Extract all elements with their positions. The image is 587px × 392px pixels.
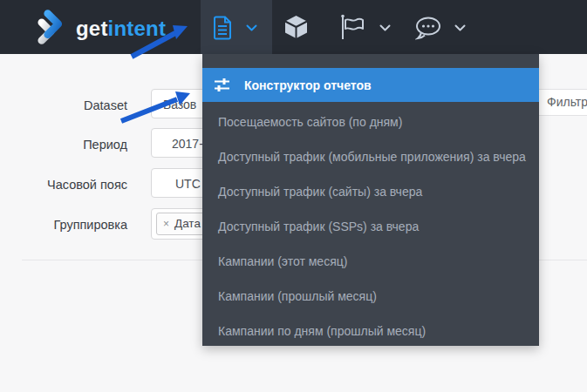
getintent-logo-icon	[35, 9, 68, 45]
menu-item-available-traffic-ssps[interactable]: Доступный трафик (SSPs) за вчера	[202, 209, 539, 244]
chevron-down-icon[interactable]	[246, 24, 257, 31]
menu-item-label: Доступный трафик (мобильные приложения) …	[218, 150, 526, 164]
grouping-tag-date: × Дата	[156, 213, 209, 235]
menu-item-campaigns-last-month[interactable]: Кампании (прошлый месяц)	[202, 279, 539, 314]
sliders-icon	[214, 78, 230, 92]
remove-tag-icon[interactable]: ×	[163, 214, 169, 233]
menu-item-available-traffic-apps[interactable]: Доступный трафик (мобильные приложения) …	[202, 139, 539, 174]
filters-panel-label: Фильтры	[547, 95, 587, 109]
document-icon[interactable]	[214, 16, 232, 40]
nav-item-reports[interactable]	[201, 0, 272, 54]
menu-item-label: Конструктор отчетов	[244, 78, 372, 92]
chevron-down-icon[interactable]	[454, 24, 466, 31]
brand-wordmark: getintent	[76, 17, 166, 41]
menu-item-label: Кампании (этот месяц)	[218, 254, 347, 268]
flag-icon[interactable]	[340, 14, 365, 40]
period-label: Период	[0, 138, 127, 152]
menu-item-campaigns-by-day-last-month[interactable]: Кампании по дням (прошлый месяц)	[202, 314, 539, 348]
reports-dropdown-menu: Конструктор отчетов Посещаемость сайтов …	[202, 54, 539, 346]
brand-logo[interactable]: getintent	[35, 9, 166, 45]
top-navbar: getintent	[0, 0, 587, 54]
timezone-value: UTC	[175, 177, 201, 191]
menu-item-campaigns-this-month[interactable]: Кампании (этот месяц)	[202, 244, 539, 279]
grouping-tag-label: Дата	[174, 214, 201, 233]
menu-item-label: Доступный трафик (сайты) за вчера	[218, 185, 422, 199]
menu-item-site-visits[interactable]: Посещаемость сайтов (по дням)	[202, 105, 539, 139]
menu-item-label: Кампании (прошлый месяц)	[218, 289, 377, 303]
cube-icon[interactable]	[283, 14, 309, 40]
menu-item-report-constructor[interactable]: Конструктор отчетов	[202, 68, 539, 102]
menu-item-available-traffic-sites[interactable]: Доступный трафик (сайты) за вчера	[202, 174, 539, 209]
dataset-label: Dataset	[0, 98, 127, 112]
menu-item-label: Доступный трафик (SSPs) за вчера	[218, 220, 419, 233]
menu-item-label: Кампании по дням (прошлый месяц)	[218, 324, 426, 338]
dataset-value: Базов	[163, 98, 196, 112]
chevron-down-icon[interactable]	[379, 24, 391, 31]
menu-item-label: Посещаемость сайтов (по дням)	[218, 115, 402, 129]
chat-icon[interactable]	[415, 17, 441, 40]
app-window: Dataset Базов Период 2017-1 Часовой пояс…	[0, 0, 587, 392]
timezone-label: Часовой пояс	[0, 178, 127, 192]
grouping-label: Группировка	[0, 218, 127, 232]
